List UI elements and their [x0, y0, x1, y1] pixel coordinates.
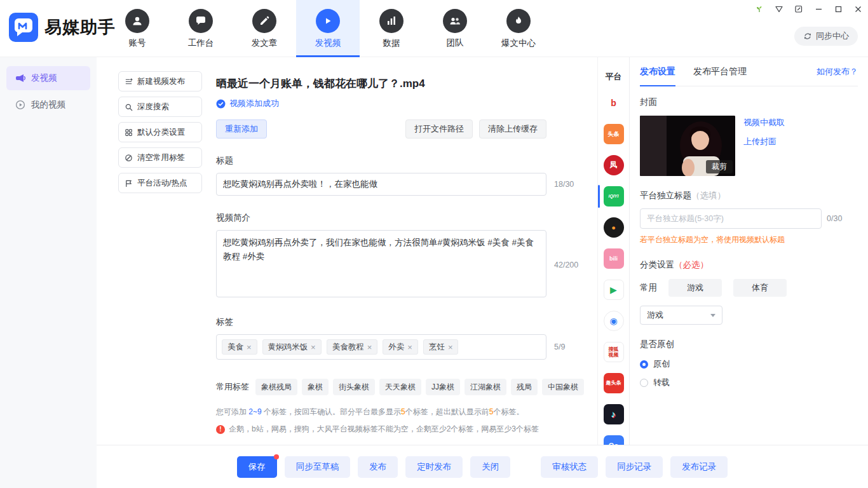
- cover-label: 封面: [640, 97, 858, 108]
- nav-item-data[interactable]: 数据: [360, 0, 423, 57]
- crop-button[interactable]: 裁剪: [706, 160, 733, 173]
- tab-publish-settings[interactable]: 发布设置: [640, 57, 675, 86]
- tencent-video-icon[interactable]: ▶: [604, 280, 624, 300]
- tag-chip: 美食×: [222, 339, 257, 355]
- original-label: 是否原创: [640, 339, 858, 350]
- minimize-icon[interactable]: [813, 4, 824, 14]
- publish-button[interactable]: 发布: [358, 456, 398, 478]
- remove-tag-icon[interactable]: ×: [367, 343, 372, 351]
- common-tags-label: 常用标签: [216, 381, 249, 393]
- qutoutiao-icon[interactable]: 趣头条: [604, 373, 624, 393]
- tags-counter: 5/9: [554, 342, 565, 351]
- remove-tag-icon[interactable]: ×: [311, 343, 316, 351]
- review-status-button[interactable]: 审核状态: [541, 456, 598, 478]
- iqiyi-icon[interactable]: iQIYI: [604, 186, 624, 207]
- sohu-video-icon[interactable]: 搜狐 视频: [604, 342, 624, 362]
- check-circle-icon: [216, 99, 226, 109]
- common-tag[interactable]: 残局: [511, 379, 538, 395]
- upload-status: 视频添加成功: [216, 98, 546, 109]
- filter-triangle-icon[interactable]: [774, 4, 784, 14]
- publish-record-button[interactable]: 发布记录: [670, 456, 728, 478]
- readd-button[interactable]: 重新添加: [216, 119, 267, 139]
- radio-repost[interactable]: 转载: [640, 377, 858, 388]
- deep-search-button[interactable]: 深度搜索: [118, 97, 202, 117]
- description-counter: 42/200: [554, 261, 578, 269]
- tags-warning-text: 企鹅，b站，网易，搜狗，大风平台视频标签不能为空，企鹅至少2个标签，网易至少3个…: [229, 424, 539, 435]
- quick-action-label: 默认分类设置: [137, 127, 185, 138]
- sync-record-button[interactable]: 同步记录: [606, 456, 663, 478]
- how-to-publish-link[interactable]: 如何发布？: [817, 66, 858, 78]
- ifeng-icon[interactable]: 凤: [604, 155, 624, 175]
- close-button[interactable]: 关闭: [470, 456, 510, 478]
- maximize-icon[interactable]: [833, 4, 843, 14]
- category-option-sports[interactable]: 体育: [733, 279, 787, 297]
- common-tag[interactable]: 象棋残局: [255, 379, 297, 395]
- common-tag[interactable]: 象棋: [302, 379, 329, 395]
- sidebar-item-my-videos[interactable]: 我的视频: [6, 93, 90, 117]
- sidebar-item-publish-video[interactable]: 发视频: [6, 66, 90, 90]
- sidebar-item-label: 我的视频: [31, 99, 65, 111]
- remove-tag-icon[interactable]: ×: [247, 343, 252, 351]
- nav-item-workbench[interactable]: 工作台: [169, 0, 233, 57]
- search-icon: [125, 103, 133, 111]
- close-icon[interactable]: [853, 4, 863, 14]
- common-tag[interactable]: JJ象棋: [426, 379, 460, 395]
- quick-actions-column: 新建视频发布 深度搜索 默认分类设置 清空常用标签 平台活动/热点: [118, 71, 202, 198]
- common-tag[interactable]: 中国象棋: [542, 379, 584, 395]
- toutiao-icon[interactable]: 头条: [604, 124, 624, 144]
- tags-input-box[interactable]: 美食× 黄焖鸡米饭× 美食教程× 外卖× 烹饪×: [216, 334, 546, 360]
- weishi-icon[interactable]: Oo: [604, 435, 624, 445]
- tab-platform-management[interactable]: 发布平台管理: [693, 57, 747, 86]
- category-select[interactable]: 游戏: [640, 306, 722, 325]
- save-button[interactable]: 保存: [237, 456, 277, 478]
- sync-to-draft-button[interactable]: 同步至草稿: [285, 456, 351, 478]
- platform-activity-button[interactable]: 平台活动/热点: [118, 173, 202, 193]
- nav-item-team[interactable]: 团队: [423, 0, 487, 57]
- sync-center-button[interactable]: 同步中心: [794, 27, 858, 46]
- category-option-game[interactable]: 游戏: [668, 279, 722, 297]
- common-tag[interactable]: 天天象棋: [379, 379, 421, 395]
- default-category-settings-button[interactable]: 默认分类设置: [118, 122, 202, 142]
- independent-title-input[interactable]: [640, 208, 822, 229]
- tag-chip: 烹饪×: [423, 339, 459, 355]
- platform-strip-label: 平台: [598, 71, 629, 83]
- clear-common-tags-button[interactable]: 清空常用标签: [118, 147, 202, 168]
- scheduled-publish-button[interactable]: 定时发布: [405, 456, 463, 478]
- panel-tabs: 发布设置 发布平台管理 如何发布？: [640, 57, 858, 86]
- platform-icon-1[interactable]: b: [604, 93, 624, 113]
- title-input[interactable]: [216, 173, 546, 196]
- open-file-path-button[interactable]: 打开文件路径: [405, 119, 473, 139]
- video-cover-thumbnail: 裁剪: [640, 116, 735, 176]
- upload-cover-link[interactable]: 上传封面: [743, 136, 785, 147]
- title-label: 标题: [216, 155, 546, 166]
- category-common-row: 常用 游戏 体育: [640, 279, 858, 297]
- independent-title-label: 平台独立标题（选填）: [640, 190, 858, 201]
- publish-video-icon: [316, 9, 340, 33]
- plant-icon: [754, 4, 764, 14]
- nav-item-publish-video[interactable]: 发视频: [296, 0, 360, 57]
- nav-item-publish-article[interactable]: 发文章: [233, 0, 296, 57]
- common-tag[interactable]: 街头象棋: [333, 379, 375, 395]
- tag-label: 美食教程: [332, 342, 364, 353]
- upload-status-text: 视频添加成功: [229, 98, 279, 109]
- publish-settings-panel: 发布设置 发布平台管理 如何发布？ 封面 裁剪 视频中截取 上传封面 平台独立标…: [629, 57, 868, 445]
- new-video-publish-button[interactable]: 新建视频发布: [118, 71, 202, 92]
- remove-tag-icon[interactable]: ×: [407, 343, 412, 351]
- quick-action-label: 清空常用标签: [137, 152, 185, 163]
- youku-icon[interactable]: ◉: [604, 311, 624, 331]
- common-tag[interactable]: 江湖象棋: [465, 379, 506, 395]
- screenshot-icon[interactable]: [794, 4, 804, 14]
- tags-warning-row: ! 企鹅，b站，网易，搜狗，大风平台视频标签不能为空，企鹅至少2个标签，网易至少…: [216, 424, 585, 435]
- nav-item-account[interactable]: 账号: [105, 0, 169, 57]
- clear-upload-cache-button[interactable]: 清除上传缓存: [479, 119, 546, 139]
- tag-label: 烹饪: [429, 342, 445, 353]
- bilibili-icon[interactable]: bili: [604, 248, 624, 269]
- capture-from-video-link[interactable]: 视频中截取: [743, 117, 785, 128]
- nav-item-hot-center[interactable]: 爆文中心: [487, 0, 550, 57]
- platform-icon-5[interactable]: ●: [604, 217, 624, 238]
- remove-tag-icon[interactable]: ×: [448, 343, 453, 351]
- radio-original[interactable]: 原创: [640, 358, 858, 370]
- description-textarea[interactable]: 想吃黄焖鸡别再点外卖了，我们在家也能做，方法很简单#黄焖鸡米饭 #美食 #美食教…: [216, 230, 546, 297]
- quick-action-label: 深度搜索: [137, 102, 169, 112]
- douyin-icon[interactable]: ♪: [604, 404, 624, 424]
